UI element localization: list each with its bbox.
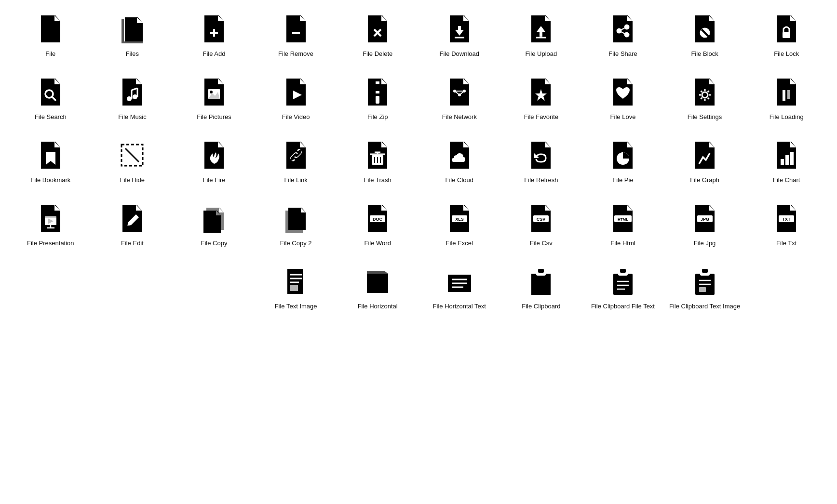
- svg-text:JPG: JPG: [701, 217, 709, 222]
- file-settings-icon: File Settings: [664, 73, 746, 131]
- file-share-icon-label: File Share: [608, 50, 637, 58]
- file-block-icon-label: File Block: [691, 50, 718, 58]
- svg-rect-6: [458, 26, 461, 31]
- file-clipboard-icon: File Clipboard: [500, 262, 582, 320]
- file-html-icon-label: File Html: [610, 239, 635, 248]
- file-chart-icon: File Chart: [745, 136, 827, 194]
- file-pictures-icon: File Pictures: [173, 73, 255, 131]
- svg-rect-18: [783, 32, 790, 38]
- file-lock-icon-label: File Lock: [774, 50, 799, 58]
- file-copy2-icon: File Copy 2: [255, 199, 337, 257]
- file-pictures-icon-label: File Pictures: [197, 113, 231, 121]
- files-icon: Files: [92, 10, 174, 68]
- file-block-icon-svg: [690, 14, 719, 50]
- file-bookmark-icon: File Bookmark: [10, 136, 92, 194]
- file-remove-icon: File Remove: [255, 10, 337, 68]
- file-zip-icon-label: File Zip: [367, 113, 388, 121]
- file-jpg-icon-svg: JPG: [690, 204, 719, 239]
- file-cloud-icon: File Cloud: [418, 136, 500, 194]
- svg-text:TXT: TXT: [783, 217, 791, 222]
- file-delete-icon-svg: [363, 14, 392, 50]
- file-horizontal-icon-label: File Horizontal: [358, 303, 398, 311]
- file-graph-icon: File Graph: [664, 136, 746, 194]
- spacer: [92, 262, 174, 320]
- file-add-icon-svg: [200, 14, 229, 50]
- file-settings-icon-svg: [690, 78, 719, 113]
- file-clipboard-text-image-icon: File Clipboard Text Image: [664, 262, 746, 320]
- file-music-icon: File Music: [92, 73, 174, 131]
- file-trash-icon-svg: [363, 141, 392, 176]
- file-csv-icon-svg: CSV: [526, 204, 555, 239]
- file-link-icon-svg: [282, 141, 310, 176]
- file-download-icon-svg: [445, 14, 474, 50]
- file-chart-icon-svg: [772, 141, 801, 176]
- file-bookmark-icon-svg: [36, 141, 65, 176]
- file-music-icon-svg: [118, 78, 147, 113]
- file-loading-icon: File Loading: [745, 73, 827, 131]
- file-txt-icon: TXT File Txt: [745, 199, 827, 257]
- file-cloud-icon-svg: [445, 141, 474, 176]
- file-music-icon-label: File Music: [118, 113, 147, 121]
- file-clipboard-text-image-icon-svg: [690, 267, 719, 303]
- file-loading-icon-label: File Loading: [770, 113, 804, 121]
- file-bookmark-icon-label: File Bookmark: [30, 176, 70, 185]
- svg-rect-87: [538, 269, 544, 273]
- spacer: [173, 262, 255, 320]
- file-upload-icon-svg: [526, 14, 555, 50]
- svg-rect-33: [376, 96, 379, 104]
- file-excel-icon-label: File Excel: [446, 239, 473, 248]
- svg-rect-9: [540, 32, 542, 37]
- svg-rect-79: [290, 285, 298, 291]
- file-presentation-icon: File Presentation: [10, 199, 92, 257]
- file-icon-label: File: [45, 50, 55, 58]
- file-network-icon-label: File Network: [442, 113, 477, 121]
- file-lock-icon-svg: [772, 14, 801, 50]
- file-cloud-icon-label: File Cloud: [446, 176, 474, 185]
- file-fire-icon-svg: [200, 141, 229, 176]
- file-refresh-icon-svg: [526, 141, 555, 176]
- file-html-icon-svg: HTML: [608, 204, 637, 239]
- file-favorite-icon-svg: [526, 78, 555, 113]
- file-remove-icon-svg: [282, 14, 310, 50]
- svg-text:CSV: CSV: [537, 217, 546, 222]
- file-hide-icon-svg: [118, 141, 147, 176]
- file-clipboard-icon-label: File Clipboard: [522, 303, 560, 311]
- file-presentation-icon-label: File Presentation: [27, 239, 74, 248]
- file-network-icon-svg: [445, 78, 474, 113]
- file-csv-icon-label: File Csv: [530, 239, 553, 248]
- file-chart-icon-label: File Chart: [773, 176, 800, 185]
- file-word-icon-svg: DOC: [363, 204, 392, 239]
- svg-rect-55: [781, 159, 784, 165]
- svg-point-28: [210, 91, 213, 93]
- file-presentation-icon-svg: [36, 204, 65, 239]
- file-link-icon-label: File Link: [284, 176, 307, 185]
- file-settings-icon-label: File Settings: [688, 113, 722, 121]
- file-search-icon: File Search: [10, 73, 92, 131]
- file-copy-icon-label: File Copy: [201, 239, 228, 248]
- file-video-icon: File Video: [255, 73, 337, 131]
- file-zip-icon-svg: [363, 78, 392, 113]
- file-video-icon-label: File Video: [282, 113, 310, 121]
- file-horizontal-text-icon-label: File Horizontal Text: [433, 303, 486, 311]
- file-excel-icon: XLS File Excel: [418, 199, 500, 257]
- file-trash-icon: File Trash: [337, 136, 418, 194]
- file-clipboard-file-text-icon-label: File Clipboard File Text: [591, 303, 655, 311]
- file-refresh-icon: File Refresh: [500, 136, 582, 194]
- icon-grid: File Files File Add File Remove File Del…: [10, 10, 827, 320]
- svg-rect-42: [783, 90, 785, 101]
- file-pictures-icon-svg: [200, 78, 229, 113]
- file-text-image-icon: File Text Image: [255, 262, 337, 320]
- file-fire-icon-label: File Fire: [203, 176, 226, 185]
- file-horizontal-text-icon-svg: [445, 267, 474, 303]
- file-horizontal-text-icon: File Horizontal Text: [418, 262, 500, 320]
- file-upload-icon: File Upload: [500, 10, 582, 68]
- file-pie-icon-svg: [608, 141, 637, 176]
- svg-rect-99: [699, 287, 706, 292]
- file-delete-icon: File Delete: [337, 10, 418, 68]
- file-jpg-icon-label: File Jpg: [694, 239, 716, 248]
- file-text-image-icon-svg: [282, 267, 310, 303]
- svg-rect-57: [790, 152, 794, 165]
- file-link-icon: File Link: [255, 136, 337, 194]
- file-horizontal-icon-svg: [363, 267, 392, 303]
- file-zip-icon: File Zip: [337, 73, 418, 131]
